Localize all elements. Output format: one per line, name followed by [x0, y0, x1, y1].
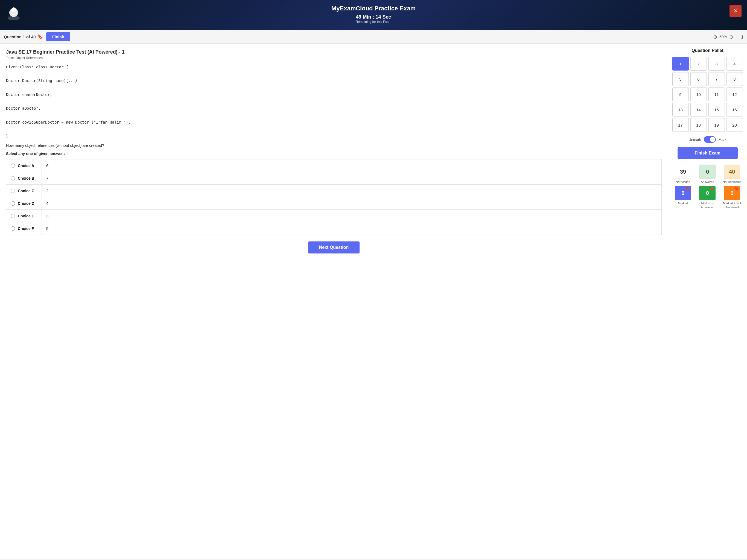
stat-label: Not Answered — [723, 180, 741, 184]
pallet-btn-9[interactable]: 9 — [672, 87, 689, 101]
stat-box-answered: 0 — [699, 164, 716, 179]
mark-toggle[interactable] — [704, 136, 716, 143]
pallet-btn-17[interactable]: 17 — [672, 118, 689, 132]
close-button[interactable]: ✕ — [729, 5, 742, 17]
stat-value: 39 — [680, 169, 686, 175]
question-title: Java SE 17 Beginner Practice Test (AI Po… — [6, 49, 662, 55]
choice-label-text: Choice E — [18, 214, 34, 218]
choice-label-cell: Choice F — [6, 223, 42, 235]
choice-label-text: Choice F — [18, 226, 34, 231]
zoom-controls: ⊕ 50% ⊖ — [713, 34, 737, 40]
zoom-out-button[interactable]: ⊖ — [729, 34, 733, 40]
pallet-btn-7[interactable]: 7 — [709, 72, 725, 86]
choice-row: Choice B7 — [6, 172, 662, 184]
stat-card-marked: 0🔖Marked — [672, 186, 694, 209]
stat-flag: 🔖 — [734, 186, 739, 190]
choice-radio-a[interactable] — [11, 163, 15, 168]
mark-label: Mark — [719, 137, 726, 142]
zoom-in-button[interactable]: ⊕ — [713, 34, 717, 40]
bookmark-icon: 🔖 — [37, 34, 43, 40]
stat-value: 0 — [706, 190, 709, 196]
stat-box-not-answered: 40 — [724, 164, 740, 179]
pallet-btn-4[interactable]: 4 — [726, 57, 743, 71]
choice-value: 6 — [42, 159, 662, 172]
pallet-btn-8[interactable]: 8 — [726, 72, 743, 86]
choice-label-text: Choice A — [18, 163, 34, 168]
choices-table: Choice A6Choice B7Choice C2Choice D4Choi… — [6, 159, 662, 235]
choice-row: Choice E3 — [6, 210, 662, 222]
choice-radio-c[interactable] — [11, 189, 15, 193]
choice-radio-b[interactable] — [11, 176, 15, 180]
pallet-btn-11[interactable]: 11 — [709, 87, 725, 101]
choice-label-text: Choice D — [18, 201, 34, 206]
choice-value: 7 — [42, 172, 662, 184]
pallet-btn-6[interactable]: 6 — [690, 72, 707, 86]
pallet-grid: 1234567891011121314151617181920 — [672, 57, 743, 132]
finish-button[interactable]: Finish — [46, 32, 70, 41]
toggle-knob — [710, 137, 715, 142]
choice-radio-d[interactable] — [11, 201, 15, 206]
pallet-btn-20[interactable]: 20 — [726, 118, 743, 132]
pallet-btn-15[interactable]: 15 — [709, 103, 725, 117]
pallet-btn-5[interactable]: 5 — [672, 72, 689, 86]
stat-flag: 🔖 — [710, 186, 714, 190]
stat-label: Not Visited — [676, 180, 690, 184]
pallet-btn-13[interactable]: 13 — [672, 103, 689, 117]
pallet-btn-3[interactable]: 3 — [709, 57, 725, 71]
stat-flag: 🔖 — [685, 186, 690, 190]
question-text: How many object references (without obje… — [6, 143, 662, 148]
pallet-btn-10[interactable]: 10 — [690, 87, 707, 101]
header-title: MyExamCloud Practice Exam — [5, 5, 742, 12]
stat-card-marked-answered: 0🔖Marked + Answered — [696, 186, 719, 209]
choice-row: Choice F5 — [6, 222, 662, 235]
info-button[interactable]: ℹ — [741, 34, 743, 40]
stat-value: 0 — [730, 190, 733, 196]
next-question-button[interactable]: Next Question — [308, 241, 360, 253]
pallet-btn-18[interactable]: 18 — [690, 118, 707, 132]
choice-label-text: Choice C — [18, 189, 34, 193]
choice-label-cell: Choice C — [6, 185, 42, 197]
toggle-row: Unmark Mark — [689, 136, 726, 143]
choice-label-cell: Choice D — [6, 198, 42, 209]
unmark-label: Unmark — [689, 137, 701, 142]
stats-grid: 39Not Visited0Answered40Not Answered0🔖Ma… — [671, 164, 744, 209]
pallet-btn-2[interactable]: 2 — [690, 57, 707, 71]
svg-point-2 — [11, 7, 16, 12]
stat-card-answered: 0Answered — [696, 164, 719, 184]
choice-row: Choice A6 — [6, 159, 662, 172]
stat-box-marked-answered: 0🔖 — [699, 186, 716, 200]
stat-value: 0 — [706, 169, 709, 175]
stat-card-not-visited: 39Not Visited — [672, 164, 694, 184]
pallet-title: Question Pallet — [692, 48, 723, 53]
zoom-level: 50% — [719, 35, 727, 39]
stat-card-not-answered: 40Not Answered — [721, 164, 743, 184]
header-timer-sub: Remaining for this Exam — [5, 20, 742, 24]
stat-label: Answered — [701, 180, 714, 184]
sidebar: Question Pallet 123456789101112131415161… — [668, 44, 747, 559]
toolbar: Question 1 of 40 🔖 Finish ⊕ 50% ⊖ ℹ — [0, 30, 747, 44]
logo — [5, 5, 22, 21]
choice-value: 3 — [42, 210, 662, 222]
stat-value: 0 — [681, 190, 685, 196]
question-code: Given Class: class Doctor { Doctor Docto… — [6, 64, 662, 139]
pallet-btn-14[interactable]: 14 — [690, 103, 707, 117]
pallet-btn-1[interactable]: 1 — [672, 57, 689, 71]
choice-label-text: Choice B — [18, 176, 34, 180]
choice-radio-f[interactable] — [11, 226, 15, 231]
stat-label: Marked + Not Answered — [721, 201, 743, 209]
pallet-btn-12[interactable]: 12 — [726, 87, 743, 101]
stat-label: Marked — [678, 201, 688, 205]
pallet-btn-16[interactable]: 16 — [726, 103, 743, 117]
pallet-btn-19[interactable]: 19 — [709, 118, 725, 132]
finish-exam-button[interactable]: Finish Exam — [677, 147, 738, 159]
next-btn-wrap: Next Question — [6, 235, 662, 260]
main-layout: Java SE 17 Beginner Practice Test (AI Po… — [0, 44, 747, 559]
choice-row: Choice D4 — [6, 197, 662, 210]
stat-value: 40 — [729, 169, 735, 175]
header: MyExamCloud Practice Exam 49 Min : 14 Se… — [0, 0, 747, 30]
choice-label-cell: Choice E — [6, 210, 42, 222]
question-panel: Java SE 17 Beginner Practice Test (AI Po… — [0, 44, 668, 559]
choice-label-cell: Choice B — [6, 172, 42, 184]
select-prompt: Select any one of given answer : — [6, 152, 662, 156]
choice-radio-e[interactable] — [11, 214, 15, 218]
